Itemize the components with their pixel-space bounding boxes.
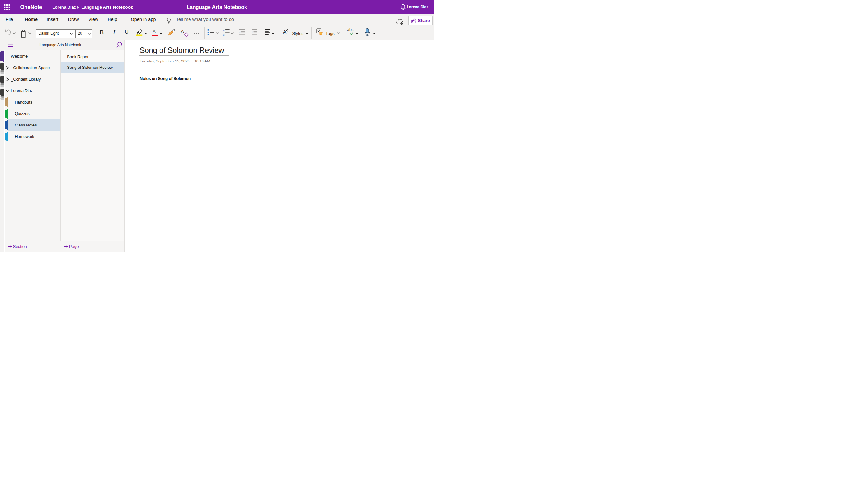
svg-text:3: 3 bbox=[223, 33, 225, 36]
